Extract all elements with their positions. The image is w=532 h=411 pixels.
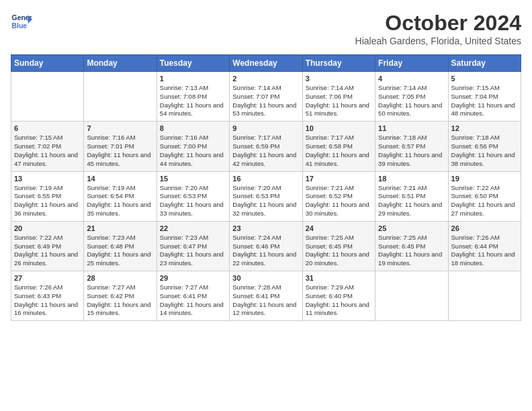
calendar-cell: 12Sunrise: 7:18 AM Sunset: 6:56 PM Dayli…	[448, 122, 521, 171]
day-info: Sunrise: 7:13 AM Sunset: 7:08 PM Dayligh…	[160, 84, 226, 118]
day-info: Sunrise: 7:24 AM Sunset: 6:46 PM Dayligh…	[232, 234, 299, 268]
day-info: Sunrise: 7:17 AM Sunset: 6:59 PM Dayligh…	[232, 134, 299, 168]
day-info: Sunrise: 7:21 AM Sunset: 6:52 PM Dayligh…	[306, 184, 372, 218]
day-info: Sunrise: 7:22 AM Sunset: 6:50 PM Dayligh…	[451, 184, 518, 218]
day-number: 26	[451, 224, 518, 232]
day-info: Sunrise: 7:28 AM Sunset: 6:41 PM Dayligh…	[232, 283, 299, 318]
day-info: Sunrise: 7:26 AM Sunset: 6:43 PM Dayligh…	[14, 283, 81, 318]
calendar-week-row: 1Sunrise: 7:13 AM Sunset: 7:08 PM Daylig…	[11, 72, 521, 122]
day-info: Sunrise: 7:14 AM Sunset: 7:06 PM Dayligh…	[306, 84, 372, 118]
month-title: October 2024	[355, 11, 521, 36]
calendar-cell: 16Sunrise: 7:20 AM Sunset: 6:53 PM Dayli…	[230, 171, 302, 221]
day-number: 8	[160, 124, 226, 132]
calendar-cell	[375, 271, 448, 321]
day-info: Sunrise: 7:19 AM Sunset: 6:55 PM Dayligh…	[14, 184, 81, 218]
day-number: 27	[14, 274, 81, 282]
calendar-cell: 11Sunrise: 7:18 AM Sunset: 6:57 PM Dayli…	[375, 122, 448, 171]
day-info: Sunrise: 7:15 AM Sunset: 7:04 PM Dayligh…	[451, 84, 518, 118]
calendar-cell: 15Sunrise: 7:20 AM Sunset: 6:53 PM Dayli…	[157, 171, 229, 221]
day-info: Sunrise: 7:19 AM Sunset: 6:54 PM Dayligh…	[87, 184, 153, 218]
calendar-cell: 8Sunrise: 7:16 AM Sunset: 7:00 PM Daylig…	[157, 122, 229, 171]
day-number: 10	[306, 124, 372, 132]
day-number: 7	[87, 124, 153, 132]
day-number: 6	[14, 124, 81, 132]
calendar-cell: 18Sunrise: 7:21 AM Sunset: 6:51 PM Dayli…	[375, 171, 448, 221]
calendar-cell: 5Sunrise: 7:15 AM Sunset: 7:04 PM Daylig…	[448, 72, 521, 122]
calendar-cell: 1Sunrise: 7:13 AM Sunset: 7:08 PM Daylig…	[157, 72, 229, 122]
calendar-cell: 20Sunrise: 7:22 AM Sunset: 6:49 PM Dayli…	[11, 221, 84, 271]
day-info: Sunrise: 7:15 AM Sunset: 7:02 PM Dayligh…	[14, 134, 81, 168]
day-info: Sunrise: 7:20 AM Sunset: 6:53 PM Dayligh…	[232, 184, 299, 218]
day-info: Sunrise: 7:18 AM Sunset: 6:56 PM Dayligh…	[451, 134, 518, 168]
day-number: 29	[160, 274, 226, 282]
day-number: 30	[232, 274, 299, 282]
day-info: Sunrise: 7:25 AM Sunset: 6:45 PM Dayligh…	[306, 234, 372, 268]
calendar-cell	[84, 72, 157, 122]
calendar-cell: 30Sunrise: 7:28 AM Sunset: 6:41 PM Dayli…	[230, 271, 302, 321]
calendar-cell: 17Sunrise: 7:21 AM Sunset: 6:52 PM Dayli…	[302, 171, 375, 221]
title-block: October 2024 Hialeah Gardens, Florida, U…	[355, 11, 521, 46]
day-info: Sunrise: 7:14 AM Sunset: 7:05 PM Dayligh…	[378, 84, 445, 118]
day-info: Sunrise: 7:29 AM Sunset: 6:40 PM Dayligh…	[306, 283, 372, 318]
day-info: Sunrise: 7:16 AM Sunset: 7:01 PM Dayligh…	[87, 134, 153, 168]
calendar-cell: 7Sunrise: 7:16 AM Sunset: 7:01 PM Daylig…	[84, 122, 157, 171]
day-number: 19	[451, 175, 518, 183]
logo-icon: General Blue	[11, 11, 32, 32]
calendar-cell: 28Sunrise: 7:27 AM Sunset: 6:42 PM Dayli…	[84, 271, 157, 321]
weekday-header: Monday	[84, 55, 157, 72]
day-number: 3	[306, 75, 372, 83]
calendar-cell: 9Sunrise: 7:17 AM Sunset: 6:59 PM Daylig…	[230, 122, 302, 171]
day-info: Sunrise: 7:21 AM Sunset: 6:51 PM Dayligh…	[378, 184, 445, 218]
calendar-cell: 6Sunrise: 7:15 AM Sunset: 7:02 PM Daylig…	[11, 122, 84, 171]
calendar-cell: 3Sunrise: 7:14 AM Sunset: 7:06 PM Daylig…	[302, 72, 375, 122]
calendar-cell: 24Sunrise: 7:25 AM Sunset: 6:45 PM Dayli…	[302, 221, 375, 271]
weekday-header: Thursday	[302, 55, 375, 72]
calendar-cell	[11, 72, 84, 122]
logo: General Blue	[11, 11, 32, 32]
day-number: 11	[378, 124, 445, 132]
day-number: 24	[306, 224, 372, 232]
calendar-week-row: 27Sunrise: 7:26 AM Sunset: 6:43 PM Dayli…	[11, 271, 521, 321]
weekday-header-row: SundayMondayTuesdayWednesdayThursdayFrid…	[11, 55, 521, 72]
day-number: 2	[232, 75, 299, 83]
calendar-body: 1Sunrise: 7:13 AM Sunset: 7:08 PM Daylig…	[11, 72, 521, 321]
day-info: Sunrise: 7:18 AM Sunset: 6:57 PM Dayligh…	[378, 134, 445, 168]
day-number: 4	[378, 75, 445, 83]
day-info: Sunrise: 7:25 AM Sunset: 6:45 PM Dayligh…	[378, 234, 445, 268]
day-number: 9	[232, 124, 299, 132]
calendar-cell: 26Sunrise: 7:26 AM Sunset: 6:44 PM Dayli…	[448, 221, 521, 271]
weekday-header: Tuesday	[157, 55, 229, 72]
calendar-cell: 23Sunrise: 7:24 AM Sunset: 6:46 PM Dayli…	[230, 221, 302, 271]
calendar-cell: 19Sunrise: 7:22 AM Sunset: 6:50 PM Dayli…	[448, 171, 521, 221]
day-info: Sunrise: 7:27 AM Sunset: 6:41 PM Dayligh…	[160, 283, 226, 318]
location: Hialeah Gardens, Florida, United States	[355, 36, 521, 46]
day-number: 15	[160, 175, 226, 183]
weekday-header: Wednesday	[230, 55, 302, 72]
day-number: 5	[451, 75, 518, 83]
weekday-header: Friday	[375, 55, 448, 72]
day-number: 28	[87, 274, 153, 282]
day-info: Sunrise: 7:16 AM Sunset: 7:00 PM Dayligh…	[160, 134, 226, 168]
day-number: 18	[378, 175, 445, 183]
calendar-week-row: 20Sunrise: 7:22 AM Sunset: 6:49 PM Dayli…	[11, 221, 521, 271]
day-info: Sunrise: 7:26 AM Sunset: 6:44 PM Dayligh…	[451, 234, 518, 268]
day-number: 1	[160, 75, 226, 83]
calendar-cell: 31Sunrise: 7:29 AM Sunset: 6:40 PM Dayli…	[302, 271, 375, 321]
day-info: Sunrise: 7:20 AM Sunset: 6:53 PM Dayligh…	[160, 184, 226, 218]
calendar-cell: 4Sunrise: 7:14 AM Sunset: 7:05 PM Daylig…	[375, 72, 448, 122]
calendar-cell: 29Sunrise: 7:27 AM Sunset: 6:41 PM Dayli…	[157, 271, 229, 321]
day-number: 22	[160, 224, 226, 232]
calendar-table: SundayMondayTuesdayWednesdayThursdayFrid…	[11, 54, 521, 321]
day-number: 31	[306, 274, 372, 282]
calendar-cell: 25Sunrise: 7:25 AM Sunset: 6:45 PM Dayli…	[375, 221, 448, 271]
day-info: Sunrise: 7:27 AM Sunset: 6:42 PM Dayligh…	[87, 283, 153, 318]
day-info: Sunrise: 7:23 AM Sunset: 6:48 PM Dayligh…	[87, 234, 153, 268]
day-number: 25	[378, 224, 445, 232]
calendar-cell: 22Sunrise: 7:23 AM Sunset: 6:47 PM Dayli…	[157, 221, 229, 271]
svg-text:Blue: Blue	[12, 22, 28, 30]
page-header: General Blue October 2024 Hialeah Garden…	[11, 11, 521, 46]
calendar-cell: 27Sunrise: 7:26 AM Sunset: 6:43 PM Dayli…	[11, 271, 84, 321]
day-number: 12	[451, 124, 518, 132]
calendar-week-row: 13Sunrise: 7:19 AM Sunset: 6:55 PM Dayli…	[11, 171, 521, 221]
day-number: 21	[87, 224, 153, 232]
